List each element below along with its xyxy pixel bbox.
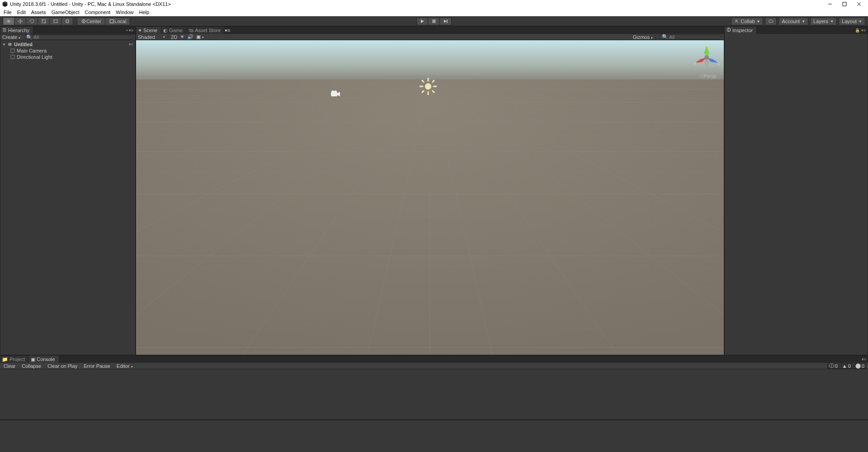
error-count[interactable]: ⬤0 [854, 363, 866, 369]
tab-project[interactable]: 📁Project [0, 356, 29, 363]
scene-row[interactable]: ▼ Untitled ▾≡ [0, 41, 135, 48]
create-dropdown[interactable]: Create ▾ [2, 34, 20, 40]
menu-edit[interactable]: Edit [14, 8, 28, 16]
info-count[interactable]: ⓘ0 [827, 363, 840, 369]
console-icon: ▣ [31, 357, 35, 362]
projection-label[interactable]: ◁Persp [699, 73, 717, 79]
audio-toggle-icon[interactable]: 🔊 [187, 34, 193, 40]
svg-rect-17 [110, 19, 113, 23]
hierarchy-tree[interactable]: ▼ Untitled ▾≡ Main Camera Directional Li… [0, 40, 135, 355]
maximize-button[interactable] [837, 0, 852, 8]
scene-search[interactable]: 🔍All [659, 34, 722, 39]
account-dropdown[interactable]: Account▼ [778, 17, 808, 25]
layout-dropdown[interactable]: Layout▼ [839, 17, 865, 25]
axis-x-label: x [694, 60, 697, 66]
clear-on-play-toggle[interactable]: Clear on Play [46, 363, 79, 369]
svg-rect-20 [434, 19, 435, 23]
orientation-gizmo[interactable]: x z [693, 44, 720, 71]
error-icon: ⬤ [855, 363, 861, 369]
space-toggle[interactable]: Local [105, 17, 130, 25]
search-icon: 🔍 [662, 34, 668, 40]
tab-asset-store[interactable]: 🛍Asset Store [187, 27, 225, 34]
error-pause-toggle[interactable]: Error Pause [82, 363, 112, 369]
panel-options[interactable]: ▾≡ [860, 357, 868, 362]
hierarchy-toolbar: Create ▾ 🔍All [0, 34, 135, 40]
console-toolbar: Clear Collapse Clear on Play Error Pause… [0, 363, 868, 369]
menu-gameobject[interactable]: GameObject [49, 8, 82, 16]
chevron-down-icon: ▼ [859, 19, 862, 24]
hand-tool-button[interactable] [3, 17, 14, 25]
menu-file[interactable]: File [1, 8, 14, 16]
2d-toggle[interactable]: 2D [171, 34, 177, 40]
item-label: Directional Light [17, 54, 52, 60]
svg-marker-27 [8, 43, 12, 46]
menu-component[interactable]: Component [82, 8, 113, 16]
pause-button[interactable] [428, 17, 440, 25]
panel-options[interactable]: ▪ ▾≡ [124, 28, 135, 33]
cloud-button[interactable] [765, 17, 777, 25]
layout-label: Layout [842, 19, 857, 24]
transform-tools [3, 17, 73, 25]
scene-panel: ✦Scene ◐Game 🛍Asset Store ▾≡ Shaded▾ 2D … [136, 26, 724, 355]
rotate-tool-button[interactable] [26, 17, 38, 25]
clear-button[interactable]: Clear [2, 363, 17, 369]
tab-scene[interactable]: ✦Scene [136, 27, 161, 34]
play-button[interactable] [416, 17, 428, 25]
layers-dropdown[interactable]: Layers▼ [810, 17, 837, 25]
close-button[interactable] [852, 0, 866, 8]
panel-options[interactable]: ▾≡ [225, 28, 230, 33]
gizmos-dropdown[interactable]: Gizmos ▾ [633, 34, 653, 40]
editor-dropdown[interactable]: Editor ▾ [115, 363, 135, 369]
transform-tool-button[interactable] [61, 17, 73, 25]
rect-tool-button[interactable] [50, 17, 61, 25]
tab-inspector[interactable]: i Inspector [725, 27, 757, 34]
account-label: Account [782, 19, 800, 24]
hierarchy-panel: Hierarchy ▪ ▾≡ Create ▾ 🔍All ▼ Untitled … [0, 26, 136, 355]
minimize-button[interactable] [823, 0, 837, 8]
unity-scene-icon [8, 42, 13, 47]
warning-count[interactable]: ▲0 [840, 363, 853, 369]
collapse-toggle[interactable]: Collapse [20, 363, 43, 369]
menu-window[interactable]: Window [113, 8, 136, 16]
panel-options[interactable]: 🔒 ▾≡ [853, 28, 868, 33]
tab-console[interactable]: ▣Console [29, 356, 59, 363]
game-icon: ◐ [163, 28, 168, 33]
step-button[interactable] [440, 17, 452, 25]
hierarchy-icon [2, 28, 7, 33]
scene-options-icon[interactable]: ▾≡ [129, 42, 135, 47]
shading-dropdown[interactable]: Shaded▾ [138, 34, 165, 40]
layers-label: Layers [813, 19, 828, 24]
svg-point-59 [334, 90, 337, 93]
hierarchy-search[interactable]: 🔍All [24, 35, 133, 40]
expand-arrow-icon[interactable]: ▼ [2, 43, 7, 47]
lighting-toggle-icon[interactable]: ☀ [180, 34, 184, 40]
persp-icon: ◁ [699, 73, 703, 79]
fx-toggle-icon[interactable]: ▣ ▾ [196, 34, 204, 40]
menu-help[interactable]: Help [136, 8, 152, 16]
scale-tool-button[interactable] [38, 17, 50, 25]
tab-game[interactable]: ◐Game [161, 27, 187, 34]
svg-point-47 [425, 83, 431, 90]
axis-z-label: z [717, 60, 720, 66]
move-tool-button[interactable] [14, 17, 26, 25]
menu-assets[interactable]: Assets [28, 8, 49, 16]
pivot-space-group: Center Local [77, 17, 130, 25]
playback-controls [416, 17, 452, 25]
svg-rect-9 [54, 20, 57, 23]
directional-light-gizmo-icon[interactable] [418, 76, 438, 97]
tab-hierarchy[interactable]: Hierarchy [0, 27, 33, 34]
collab-dropdown[interactable]: Collab▼ [731, 17, 763, 25]
chevron-down-icon: ▼ [757, 19, 760, 24]
project-tab-label: Project [9, 357, 25, 362]
svg-point-11 [57, 19, 58, 20]
pivot-toggle[interactable]: Center [77, 17, 105, 25]
scene-tab-label: Scene [143, 28, 157, 33]
store-tab-label: Asset Store [195, 28, 221, 33]
item-label: Main Camera [17, 48, 47, 53]
console-log-list[interactable] [0, 369, 868, 419]
hierarchy-item-camera[interactable]: Main Camera [0, 48, 135, 54]
hierarchy-item-light[interactable]: Directional Light [0, 54, 135, 60]
search-placeholder: All [33, 34, 39, 40]
scene-viewport[interactable]: x z ◁Persp [136, 40, 724, 355]
camera-gizmo-icon[interactable] [330, 90, 341, 99]
